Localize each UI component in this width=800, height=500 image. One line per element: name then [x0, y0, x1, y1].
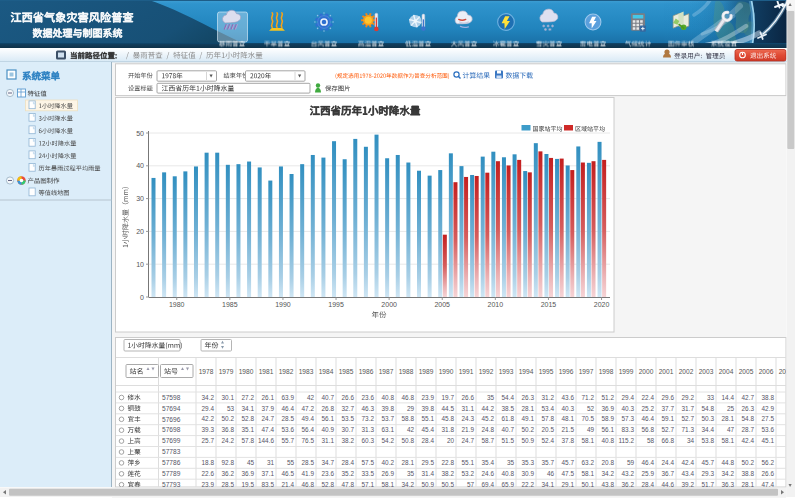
- svg-text:52: 52: [587, 405, 595, 412]
- svg-text:29.5: 29.5: [422, 459, 435, 466]
- svg-text:53.5: 53.5: [342, 415, 355, 422]
- svg-text:83.3: 83.3: [622, 426, 635, 433]
- svg-text:29.2: 29.2: [682, 394, 695, 401]
- svg-text:19.5: 19.5: [242, 481, 255, 488]
- svg-text:42.4: 42.4: [742, 437, 755, 444]
- svg-text:47.4: 47.4: [762, 481, 775, 488]
- svg-text:18.8: 18.8: [202, 459, 215, 466]
- svg-text:44.2: 44.2: [482, 405, 495, 412]
- svg-text:44.8: 44.8: [722, 459, 735, 466]
- svg-text:55: 55: [287, 459, 295, 466]
- svg-text:57793: 57793: [162, 481, 181, 488]
- svg-text:45.1: 45.1: [762, 437, 775, 444]
- svg-text:19.7: 19.7: [442, 394, 455, 401]
- svg-text:28.5: 28.5: [302, 459, 315, 466]
- svg-text:1980: 1980: [169, 301, 185, 308]
- svg-text:1996: 1996: [559, 368, 574, 375]
- svg-text:53.4: 53.4: [542, 405, 555, 412]
- svg-text:63.2: 63.2: [582, 459, 595, 466]
- svg-text:23.6: 23.6: [362, 394, 375, 401]
- svg-text:31.4: 31.4: [422, 470, 435, 477]
- svg-text:58.7: 58.7: [482, 437, 495, 444]
- svg-text:35.3: 35.3: [522, 459, 535, 466]
- svg-text:58.1: 58.1: [722, 437, 735, 444]
- svg-text:47.8: 47.8: [342, 481, 355, 488]
- svg-text:1986: 1986: [359, 368, 374, 375]
- svg-text:58.1: 58.1: [582, 437, 595, 444]
- svg-text:50.8: 50.8: [402, 437, 415, 444]
- svg-text:46.4: 46.4: [642, 415, 655, 422]
- svg-text:22.8: 22.8: [442, 459, 455, 466]
- svg-text:34.2: 34.2: [402, 481, 415, 488]
- svg-text:28.4: 28.4: [422, 437, 435, 444]
- svg-text:36.7: 36.7: [662, 470, 675, 477]
- svg-text:1978: 1978: [199, 368, 214, 375]
- svg-text:35: 35: [487, 394, 495, 401]
- svg-text:42: 42: [407, 426, 415, 433]
- svg-text:2006: 2006: [759, 368, 774, 375]
- svg-text:1980: 1980: [239, 368, 254, 375]
- svg-text:52.8: 52.8: [242, 415, 255, 422]
- svg-text:31.3: 31.3: [362, 426, 375, 433]
- svg-text:57694: 57694: [162, 405, 181, 412]
- svg-text:63.9: 63.9: [282, 394, 295, 401]
- svg-text:37.7: 37.7: [662, 405, 675, 412]
- svg-text:36.9: 36.9: [602, 405, 615, 412]
- svg-text:20.8: 20.8: [602, 459, 615, 466]
- svg-text:2020: 2020: [594, 301, 610, 308]
- svg-text:46.5: 46.5: [282, 470, 295, 477]
- svg-text:28.5: 28.5: [222, 481, 235, 488]
- svg-text:60.3: 60.3: [362, 437, 375, 444]
- svg-text:50.2: 50.2: [222, 415, 235, 422]
- svg-text:54.8: 54.8: [742, 415, 755, 422]
- svg-text:1990: 1990: [439, 368, 454, 375]
- svg-text:31.8: 31.8: [442, 426, 455, 433]
- svg-text:37.8: 37.8: [562, 437, 575, 444]
- svg-text:28.1: 28.1: [722, 415, 735, 422]
- svg-text:22.4: 22.4: [642, 394, 655, 401]
- svg-text:24.2: 24.2: [222, 437, 235, 444]
- svg-text:29.6: 29.6: [662, 394, 675, 401]
- svg-text:21.5: 21.5: [562, 426, 575, 433]
- svg-text:56.4: 56.4: [302, 426, 315, 433]
- svg-text:2010: 2010: [488, 301, 504, 308]
- svg-text:23.9: 23.9: [422, 394, 435, 401]
- svg-text:0: 0: [140, 294, 144, 301]
- svg-text:20.5: 20.5: [542, 426, 555, 433]
- svg-text:20: 20: [136, 228, 144, 235]
- svg-text:50: 50: [136, 130, 144, 137]
- svg-text:52.8: 52.8: [322, 481, 335, 488]
- svg-text:27.2: 27.2: [242, 394, 255, 401]
- svg-text:38.2: 38.2: [442, 470, 455, 477]
- svg-text:40.7: 40.7: [502, 426, 515, 433]
- svg-text:28.7: 28.7: [742, 426, 755, 433]
- svg-text:36.2: 36.2: [222, 470, 235, 477]
- svg-text:66.8: 66.8: [662, 437, 675, 444]
- svg-text:21.9: 21.9: [462, 426, 475, 433]
- svg-text:26.3: 26.3: [522, 394, 535, 401]
- svg-text:28.1: 28.1: [402, 459, 415, 466]
- svg-text:51.5: 51.5: [502, 437, 515, 444]
- svg-text:2005: 2005: [434, 301, 450, 308]
- svg-text:25.2: 25.2: [642, 405, 655, 412]
- svg-text:42.7: 42.7: [742, 394, 755, 401]
- svg-text:29.3: 29.3: [702, 470, 715, 477]
- svg-text:2003: 2003: [699, 368, 714, 375]
- svg-text:29.4: 29.4: [202, 405, 215, 412]
- svg-text:41.9: 41.9: [302, 470, 315, 477]
- svg-text:46: 46: [547, 470, 555, 477]
- svg-text:69.4: 69.4: [482, 481, 495, 488]
- svg-text:35: 35: [507, 459, 515, 466]
- svg-text:54.2: 54.2: [382, 437, 395, 444]
- svg-text:40.8: 40.8: [382, 394, 395, 401]
- svg-text:45.2: 45.2: [482, 415, 495, 422]
- svg-text:38.8: 38.8: [742, 470, 755, 477]
- svg-text:58.1: 58.1: [382, 481, 395, 488]
- svg-text:45.8: 45.8: [442, 415, 455, 422]
- svg-text:33: 33: [707, 394, 715, 401]
- svg-text:52.7: 52.7: [662, 426, 675, 433]
- svg-text:51.2: 51.2: [602, 394, 615, 401]
- svg-text:1984: 1984: [319, 368, 334, 375]
- svg-text:2015: 2015: [541, 301, 557, 308]
- svg-text:38.5: 38.5: [502, 405, 515, 412]
